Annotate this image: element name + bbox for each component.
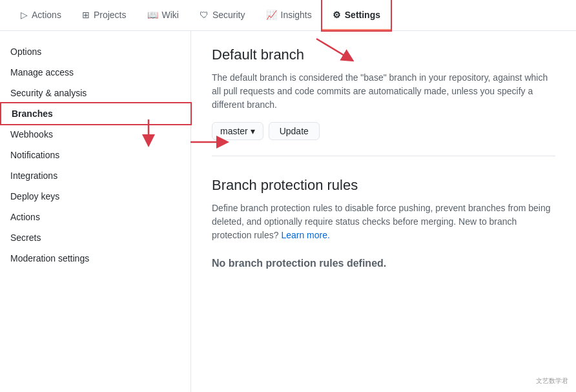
sidebar-item-security-analysis[interactable]: Security & analysis [0,83,190,103]
sidebar: Options Manage access Security & analysi… [0,31,191,392]
top-nav: ▷ Actions ⊞ Projects 📖 Wiki 🛡 Security 📈… [0,0,576,31]
sidebar-item-deploy-keys[interactable]: Deploy keys [0,186,190,207]
sidebar-item-secrets[interactable]: Secrets [0,227,190,248]
security-icon: 🛡 [200,10,209,20]
nav-wiki[interactable]: 📖 Wiki [137,0,189,30]
default-branch-section: Default branch The default branch is con… [212,46,555,156]
branch-protection-title: Branch protection rules [212,177,555,194]
nav-insights[interactable]: 📈 Insights [256,0,322,30]
default-branch-desc: The default branch is considered the "ba… [212,71,555,112]
sidebar-item-branches[interactable]: Branches [0,103,190,124]
actions-icon: ▷ [21,10,28,20]
sidebar-item-actions[interactable]: Actions [0,207,190,227]
branch-protection-desc: Define branch protection rules to disabl… [212,201,555,242]
projects-icon: ⊞ [82,10,90,20]
branch-protection-section: Branch protection rules Define branch pr… [212,177,555,269]
watermark: 文艺数学君 [533,375,571,387]
main-content: Default branch The default branch is con… [191,31,576,392]
branch-selector: master ▾ Update [212,122,555,140]
branch-dropdown-button[interactable]: master ▾ [212,122,263,140]
settings-icon: ⚙ [333,10,341,20]
learn-more-link[interactable]: Learn more. [281,230,329,240]
nav-settings[interactable]: ⚙ Settings [322,0,391,30]
default-branch-title: Default branch [212,46,555,63]
update-button[interactable]: Update [269,122,320,140]
sidebar-item-moderation[interactable]: Moderation settings [0,248,190,269]
nav-projects[interactable]: ⊞ Projects [72,0,137,30]
nav-security[interactable]: 🛡 Security [189,0,256,30]
sidebar-item-webhooks[interactable]: Webhooks [0,124,190,145]
sidebar-item-manage-access[interactable]: Manage access [0,62,190,83]
no-rules-text: No branch protection rules defined. [212,258,555,269]
page-layout: Options Manage access Security & analysi… [0,31,576,392]
wiki-icon: 📖 [147,10,158,20]
sidebar-item-options[interactable]: Options [0,41,190,62]
sidebar-item-notifications[interactable]: Notifications [0,145,190,165]
nav-actions[interactable]: ▷ Actions [10,0,72,30]
sidebar-item-integrations[interactable]: Integrations [0,165,190,186]
insights-icon: 📈 [266,10,277,20]
